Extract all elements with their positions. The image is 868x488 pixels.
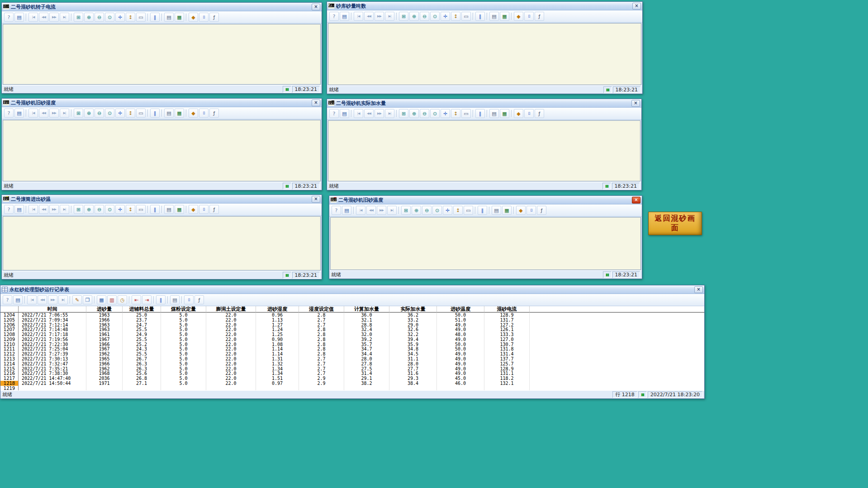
row-number-cell[interactable]: 1212 [0,351,19,356]
row-number-cell[interactable]: 1217 [0,376,19,381]
titlebar[interactable]: 1237:54:0017:57:0018:00:0018:03:0018:06:… [2,99,322,107]
export-data-icon[interactable]: ▦ [175,109,184,118]
first-record-icon[interactable]: |◀ [354,109,363,118]
interval-icon[interactable]: [] [524,12,534,21]
pause-icon[interactable]: ‖ [150,205,160,214]
chart-plot-area[interactable] [328,120,640,181]
y-scale-icon[interactable]: ↕ [453,206,463,215]
help-icon[interactable]: ? [329,109,339,118]
last-record-icon[interactable]: ▶| [385,109,394,118]
add-marker-icon[interactable]: ◆ [189,13,198,22]
zoom-region-icon[interactable]: ⊞ [401,206,411,215]
export-data-icon[interactable]: ▦ [175,13,184,22]
print-icon[interactable]: ▤ [489,109,499,118]
column-header[interactable]: 进砂量 [86,306,123,313]
add-marker-icon[interactable]: ◆ [516,206,526,215]
zoom-reset-icon[interactable]: ⊙ [430,12,440,21]
interval-icon[interactable]: [] [524,109,534,118]
last-record-icon[interactable]: ▶| [60,205,69,214]
normal-view-icon[interactable]: ▭ [136,205,146,214]
prev-page-icon[interactable]: ◀◀ [364,109,374,118]
zoom-in-icon[interactable]: ⊕ [412,206,421,215]
pan-icon[interactable]: ✛ [441,109,450,118]
pan-icon[interactable]: ✛ [115,109,125,118]
close-button[interactable]: × [694,286,703,293]
print-icon[interactable]: ▤ [489,12,499,21]
pause-icon[interactable]: ‖ [150,109,160,118]
formula-icon[interactable]: ƒ [209,109,219,118]
zoom-in-icon[interactable]: ⊕ [84,109,94,118]
help-icon[interactable]: ? [329,12,339,21]
prev-page-icon[interactable]: ◀◀ [364,12,374,21]
row-number-cell[interactable]: 1206 [0,322,19,327]
zoom-out-icon[interactable]: ⊖ [95,109,104,118]
edit-icon[interactable]: ✎ [72,295,82,304]
export-data-icon[interactable]: ▦ [500,109,509,118]
titlebar[interactable]: 20.040.060.017:54:0017:57:0018:00:0018:0… [327,99,641,108]
zoom-in-icon[interactable]: ⊕ [84,205,94,214]
formula-icon[interactable]: ƒ [209,13,219,22]
formula-icon[interactable]: ƒ [537,206,546,215]
prev-page-icon[interactable]: ◀◀ [39,205,48,214]
column-filter-icon[interactable]: ▥ [107,295,117,304]
zoom-in-icon[interactable]: ⊕ [409,12,419,21]
first-record-icon[interactable]: |◀ [354,12,363,21]
pan-icon[interactable]: ✛ [115,205,125,214]
row-number-cell[interactable]: 1215 [0,366,19,371]
pause-icon[interactable]: ‖ [475,109,485,118]
export-data-icon[interactable]: ▦ [175,205,184,214]
formula-icon[interactable]: ƒ [535,12,544,21]
zoom-reset-icon[interactable]: ⊙ [430,109,440,118]
normal-view-icon[interactable]: ▭ [136,13,146,22]
y-scale-icon[interactable]: ↕ [451,12,460,21]
chart-plot-area[interactable] [3,216,321,270]
pause-icon[interactable]: ‖ [475,12,485,21]
titlebar[interactable]: 20406020:00:002:00:008:00:0014:00:0020:0… [327,2,642,10]
close-button[interactable]: × [312,99,320,106]
next-page-icon[interactable]: ▶▶ [49,13,59,22]
chart-plot-area[interactable] [3,120,321,181]
prev-page-icon[interactable]: ◀◀ [39,13,48,22]
interval-icon[interactable]: [] [184,295,194,304]
next-page-icon[interactable]: ▶▶ [375,12,384,21]
titlebar[interactable]: 05010015020025030:0017:35:0017:40:0017:4… [2,3,322,11]
zoom-reset-icon[interactable]: ⊙ [105,109,114,118]
close-button[interactable]: × [632,3,641,9]
zoom-reset-icon[interactable]: ⊙ [432,206,442,215]
add-marker-icon[interactable]: ◆ [189,205,198,214]
chart-plot-area[interactable] [3,24,321,85]
print-icon[interactable]: ▤ [164,13,174,22]
help-icon[interactable]: ? [4,13,14,22]
export-chart-icon[interactable]: ▤ [13,295,23,304]
zoom-region-icon[interactable]: ⊞ [74,109,83,118]
export-data-icon[interactable]: ▦ [500,12,509,21]
pan-icon[interactable]: ✛ [443,206,452,215]
row-number-cell[interactable]: 1209 [0,337,19,342]
grid-view-icon[interactable]: ▦ [97,295,106,304]
column-header[interactable]: 膨润土设定量 [206,306,256,313]
column-header[interactable]: 煤粉设定量 [161,306,206,313]
add-marker-icon[interactable]: ◆ [514,109,523,118]
print-icon[interactable]: ▤ [492,206,501,215]
interval-icon[interactable]: [] [199,205,209,214]
row-number-cell[interactable]: 1214 [0,361,19,366]
column-header[interactable]: 进辅料总量 [123,306,161,313]
next-page-icon[interactable]: ▶▶ [48,295,57,304]
first-record-icon[interactable]: |◀ [28,109,38,118]
row-number-cell[interactable]: 1219 [0,386,19,390]
last-record-icon[interactable]: ▶| [385,12,394,21]
pan-icon[interactable]: ✛ [441,12,450,21]
prev-page-icon[interactable]: ◀◀ [366,206,376,215]
add-marker-icon[interactable]: ◆ [514,12,523,21]
pause-icon[interactable]: ‖ [478,206,487,215]
row-number-cell[interactable]: 1205 [0,317,19,322]
zoom-reset-icon[interactable]: ⊙ [105,205,114,214]
zoom-in-icon[interactable]: ⊕ [84,13,94,22]
add-marker-icon[interactable]: ◆ [189,109,198,118]
interval-icon[interactable]: [] [199,13,209,22]
help-icon[interactable]: ? [3,295,12,304]
chart-plot-area[interactable] [328,23,641,85]
row-number-cell[interactable]: 1208 [0,332,19,337]
close-button[interactable]: × [631,100,640,107]
zoom-out-icon[interactable]: ⊖ [420,12,429,21]
